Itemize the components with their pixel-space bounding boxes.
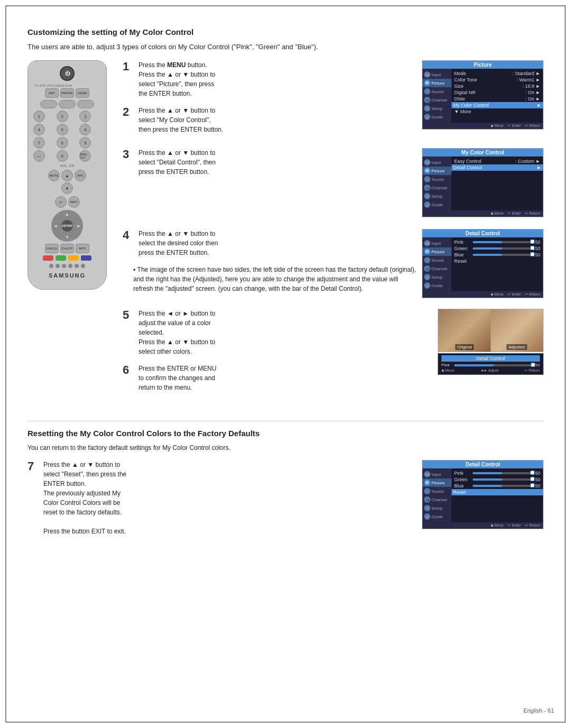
reset-slider-blue: Blue 50 [454, 483, 540, 489]
remote-numpad: 1 2 3 4 5 6 7 8 9 — 0 PRE-CH [33, 110, 101, 162]
step-3-number: 3 [123, 148, 133, 161]
num-5[interactable]: 5 [57, 124, 68, 135]
slider-pink: Pink 50 [454, 239, 540, 245]
step-3: 3 Press the ▲ or ▼ button to select "Det… [123, 148, 417, 177]
dpad-left[interactable]: ◄ [53, 224, 58, 228]
power-button[interactable]: ⏻ [60, 66, 75, 81]
mute-vol-row: MUTE ▲ ▼ SRC [33, 170, 101, 194]
sidebar-r-picture: 🖼 Picture [422, 478, 452, 487]
vol-up[interactable]: ▲ [61, 170, 73, 181]
photo-original: Original [438, 309, 491, 352]
mute-button[interactable]: MUTE [48, 170, 60, 181]
step4-row: 4 Press the ▲ or ▼ button to select the … [123, 229, 544, 303]
num-2[interactable]: 2 [57, 110, 68, 122]
reset-button[interactable]: ↺ [55, 196, 67, 208]
yellow-button[interactable] [68, 255, 79, 261]
remote-oval-row [33, 100, 101, 108]
oval-btn-3[interactable] [77, 100, 94, 108]
tv-menu-picture-header: Picture [422, 61, 543, 69]
num-4[interactable]: 4 [33, 124, 45, 135]
green-button[interactable] [56, 255, 66, 261]
sidebar-mycolor-sound: ♪ Sound [422, 175, 452, 183]
blue-button[interactable] [81, 255, 91, 261]
tv-menu-main-detail1: Pink 50 Green 50 Blue [452, 237, 543, 291]
mode-button[interactable]: MODE [76, 88, 89, 98]
remote-mode-row: ANT PMODE MODE [33, 88, 101, 98]
sidebar-d1-setup: ⚙ Setup [422, 273, 452, 281]
tv-menu-mycolor-header: My Color Control [422, 149, 543, 156]
section-divider [27, 421, 544, 421]
tv-menu-picture-footer: ◆ Move↵ Enter↩ Return [422, 123, 543, 129]
tv-menu-reset-body: ⌨ Input 🖼 Picture ♪ Sound 📺 Channel ⚙ Se… [422, 468, 543, 522]
oval-btn-1[interactable] [40, 100, 57, 108]
step-5: 5 Press the ◄ or ► button to adjust the … [123, 309, 429, 356]
bullet-description: The image of the screen have two sides, … [123, 265, 417, 293]
pmode-button[interactable]: PMODE [60, 88, 74, 98]
step-1-number: 1 [123, 60, 133, 73]
remote-control: ⏻ TV STB VCR CABLE DVD ANT PMODE MODE [27, 60, 107, 290]
sidebar-r-setup: ⚙ Setup [422, 504, 452, 512]
sidebar-setup: ⚙ Setup [422, 104, 452, 113]
num-8[interactable]: 8 [57, 137, 68, 149]
tv-menu-picture-body: ⌨ Input 🖼 Picture ♪ Sound 📺 Channel ⚙ Se… [422, 69, 543, 123]
menu-colortone: Color Tone: Warm1 ► [454, 77, 540, 83]
menu-easycontrol: Easy Control: Custom ► [454, 158, 540, 164]
step-2: 2 Press the ▲ or ▼ button to select "My … [123, 106, 417, 134]
vol-ch-row: VOL CH [33, 164, 101, 168]
reset-slider-green: Green 50 [454, 476, 540, 483]
sidebar-channel: 📺 Channel [422, 96, 452, 104]
red-button[interactable] [43, 255, 53, 261]
photo-adjusted: Adjusted [491, 309, 543, 352]
step-1: 1 Press the MENU button. Press the ▲ or … [123, 60, 417, 98]
tv-sidebar-reset: ⌨ Input 🖼 Picture ♪ Sound 📺 Channel ⚙ Se… [422, 468, 452, 522]
mini-slider-row: Pink 50 [441, 363, 540, 367]
tv-menu-mycolor-footer: ◆ Move↵ Enter↩ Return [422, 210, 543, 217]
mini-detail-footer: ◆ Move◄► Adjust↩ Return [441, 368, 540, 373]
menu-mycolor: My Color Control► [452, 102, 543, 108]
favch-button[interactable]: FAVCH [45, 244, 59, 253]
info-button[interactable]: INFO [68, 196, 80, 208]
samsung-logo: SAMSUNG [33, 272, 101, 279]
remote-dots [33, 264, 101, 268]
num-1[interactable]: 1 [33, 110, 45, 122]
num-3[interactable]: 3 [79, 110, 91, 122]
chlist-button[interactable]: CHLIST [60, 244, 74, 253]
num-9[interactable]: 9 [79, 137, 91, 149]
menu-more: ▼ More [454, 108, 540, 115]
menu-reset: Reset [454, 258, 540, 264]
step-6-text: Press the ENTER or MENU to confirm the c… [139, 364, 429, 392]
step3-text-col: 3 Press the ▲ or ▼ button to select "Det… [123, 148, 417, 223]
num-0[interactable]: 0 [57, 150, 68, 162]
source-button[interactable]: SRC [75, 170, 86, 181]
mts-button[interactable]: MTS [76, 244, 89, 253]
photo-preview-block: Original Adjusted Detail Control Pink [438, 309, 544, 400]
dpad-right[interactable]: ► [77, 224, 81, 228]
num-dash[interactable]: — [33, 150, 45, 162]
dpad-up[interactable]: ▲ [65, 212, 69, 217]
tv-photo-frame: Original Adjusted [438, 309, 544, 352]
tv-menu-mycolor: My Color Control ⌨ Input 🖼 Picture ♪ Sou… [422, 148, 544, 217]
step-5-text: Press the ◄ or ► button to adjust the va… [139, 309, 429, 356]
sidebar-r-guide: ◈ Guide [422, 512, 452, 521]
sidebar-r-channel: 📺 Channel [422, 495, 452, 504]
tv-sidebar: ⌨ Input 🖼 Picture ♪ Sound 📺 Channel ⚙ Se… [422, 69, 452, 123]
step1-row: 1 Press the MENU button. Press the ▲ or … [123, 60, 544, 142]
section1-subtitle: The users are able to, adjust 3 types of… [27, 43, 544, 51]
vol-down[interactable]: ▼ [61, 182, 73, 194]
num-7[interactable]: 7 [33, 137, 45, 149]
tv-menu-reset-footer: ◆ Move↵ Enter↩ Return [422, 522, 543, 529]
num-6[interactable]: 6 [79, 124, 91, 135]
menu-size: Size: 16:9 ► [454, 83, 540, 89]
dpad-down[interactable]: ▼ [65, 235, 69, 239]
tv-menu-detail1: Detail Control ⌨ Input 🖼 Picture ♪ Sound… [422, 229, 544, 298]
step-3-text: Press the ▲ or ▼ button to select "Detai… [139, 148, 417, 177]
menu-mode: Mode: Standard ► [454, 70, 540, 77]
photo-content: Original Adjusted [438, 309, 543, 352]
step-2-number: 2 [123, 106, 133, 118]
pre-ch[interactable]: PRE-CH [79, 150, 91, 162]
oval-btn-2[interactable] [59, 100, 76, 108]
enter-button[interactable]: ENTER [61, 220, 73, 232]
page: Customizing the setting of My Color Cont… [5, 5, 566, 723]
antenna-button[interactable]: ANT [45, 88, 59, 98]
section2-title: Resetting the My Color Control Colors to… [27, 429, 544, 438]
